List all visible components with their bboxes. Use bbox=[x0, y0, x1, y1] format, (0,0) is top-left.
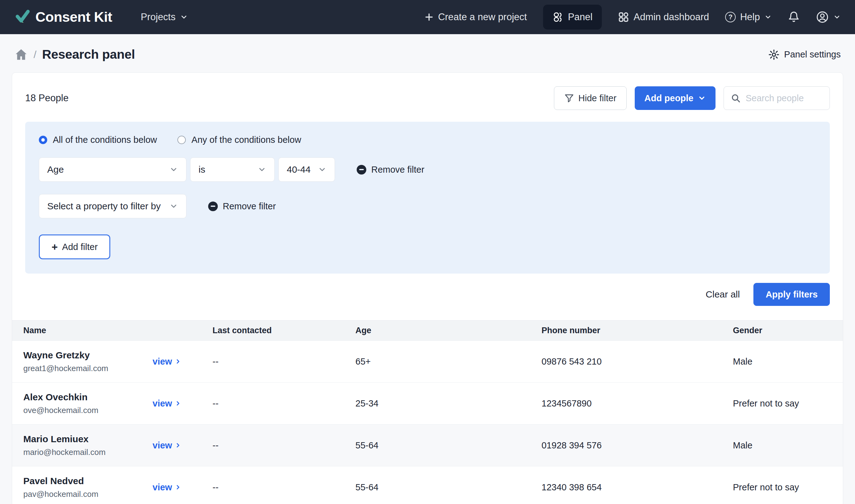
filter1-property-select[interactable]: Age bbox=[39, 158, 186, 182]
add-people-label: Add people bbox=[644, 93, 693, 103]
gender-value: Male bbox=[733, 440, 843, 451]
filter2-remove-button[interactable]: Remove filter bbox=[208, 201, 276, 212]
grid-icon bbox=[618, 12, 629, 23]
filter1-operator-value: is bbox=[198, 164, 206, 175]
page-title: Research panel bbox=[42, 47, 135, 62]
person-email: pav@hockemail.com bbox=[23, 489, 153, 499]
notifications-button[interactable] bbox=[788, 11, 800, 23]
view-link[interactable]: view bbox=[153, 440, 181, 451]
person-email: mario@hockemail.com bbox=[23, 448, 153, 457]
gender-value: Male bbox=[733, 357, 843, 367]
col-header-age: Age bbox=[355, 326, 541, 336]
add-filter-button[interactable]: + Add filter bbox=[39, 234, 110, 259]
table-row: Pavel Nedved pav@hockemail.com view -- 5… bbox=[12, 466, 843, 504]
filter2-property-value: Select a property to filter by bbox=[47, 201, 161, 212]
radio-all-conditions[interactable]: All of the conditions below bbox=[39, 135, 157, 145]
age-value: 65+ bbox=[355, 357, 541, 367]
person-name: Alex Ovechkin bbox=[23, 392, 153, 402]
chevron-down-icon bbox=[180, 13, 188, 21]
gear-icon bbox=[768, 49, 780, 60]
col-header-last-contacted: Last contacted bbox=[213, 326, 355, 336]
gender-value: Prefer not to say bbox=[733, 398, 843, 409]
filter2-remove-label: Remove filter bbox=[223, 201, 276, 212]
chevron-right-icon bbox=[175, 484, 181, 491]
clear-all-button[interactable]: Clear all bbox=[706, 289, 740, 300]
table-row: Alex Ovechkin ove@hockemail.com view -- … bbox=[12, 382, 843, 425]
top-nav: Consent Kit Projects Create a new projec… bbox=[0, 0, 855, 34]
search-people-box[interactable] bbox=[724, 86, 830, 110]
filter1-value: 40-44 bbox=[287, 164, 311, 175]
people-panel-card: 18 People Hide filter Add people bbox=[12, 72, 843, 504]
people-count: 18 People bbox=[25, 92, 69, 104]
col-header-phone: Phone number bbox=[541, 326, 733, 336]
last-contacted-value: -- bbox=[213, 440, 355, 451]
nav-panel-label: Panel bbox=[568, 12, 592, 23]
person-name: Wayne Gretzky bbox=[23, 350, 153, 361]
search-people-input[interactable] bbox=[746, 93, 823, 103]
create-project-button[interactable]: Create a new project bbox=[424, 12, 527, 23]
consent-kit-logo-icon bbox=[14, 9, 31, 25]
panel-settings-button[interactable]: Panel settings bbox=[768, 49, 841, 60]
people-table: Name Last contacted Age Phone number Gen… bbox=[12, 320, 843, 504]
search-icon bbox=[731, 93, 741, 103]
nav-help[interactable]: ? Help bbox=[725, 12, 772, 23]
view-label: view bbox=[153, 357, 172, 367]
radio-any-label: Any of the conditions below bbox=[191, 135, 301, 145]
filter1-remove-button[interactable]: Remove filter bbox=[357, 165, 424, 175]
home-icon[interactable] bbox=[14, 48, 28, 61]
col-header-gender: Gender bbox=[733, 326, 843, 336]
view-link[interactable]: view bbox=[153, 482, 181, 492]
nav-panel[interactable]: Panel bbox=[543, 5, 602, 30]
nav-help-label: Help bbox=[740, 12, 760, 23]
filter1-remove-label: Remove filter bbox=[371, 165, 424, 175]
age-value: 25-34 bbox=[355, 398, 541, 409]
chevron-down-icon bbox=[169, 202, 178, 211]
hide-filter-button[interactable]: Hide filter bbox=[554, 86, 627, 110]
chevron-right-icon bbox=[175, 358, 181, 365]
user-avatar-icon bbox=[816, 11, 829, 23]
breadcrumb: / Research panel Panel settings bbox=[0, 34, 855, 72]
gender-value: Prefer not to say bbox=[733, 482, 843, 492]
nav-projects[interactable]: Projects bbox=[141, 12, 188, 23]
apply-filters-button[interactable]: Apply filters bbox=[753, 283, 830, 306]
chevron-down-icon bbox=[764, 13, 772, 21]
last-contacted-value: -- bbox=[213, 357, 355, 367]
hide-filter-label: Hide filter bbox=[578, 93, 617, 103]
minus-circle-icon bbox=[208, 201, 218, 211]
account-menu[interactable] bbox=[816, 11, 841, 23]
view-link[interactable]: view bbox=[153, 398, 181, 409]
phone-value: 12340 398 654 bbox=[541, 482, 733, 492]
apply-filters-label: Apply filters bbox=[766, 289, 818, 300]
nav-admin-dashboard[interactable]: Admin dashboard bbox=[618, 12, 709, 23]
radio-selected-icon bbox=[39, 136, 47, 144]
help-icon: ? bbox=[725, 12, 736, 22]
filter1-value-select[interactable]: 40-44 bbox=[278, 158, 335, 182]
phone-value: 09876 543 210 bbox=[541, 357, 733, 367]
view-label: view bbox=[153, 440, 172, 451]
chevron-right-icon bbox=[175, 442, 181, 449]
radio-all-label: All of the conditions below bbox=[53, 135, 157, 145]
age-value: 55-64 bbox=[355, 482, 541, 492]
chevron-down-icon bbox=[169, 165, 178, 174]
create-project-label: Create a new project bbox=[438, 12, 527, 23]
plus-icon: + bbox=[52, 241, 58, 252]
col-header-name: Name bbox=[12, 326, 153, 336]
person-name: Pavel Nedved bbox=[23, 476, 153, 486]
view-label: view bbox=[153, 398, 172, 409]
table-row: Wayne Gretzky great1@hockemail.com view … bbox=[12, 341, 843, 382]
funnel-icon bbox=[564, 93, 574, 103]
view-link[interactable]: view bbox=[153, 357, 181, 367]
filter2-property-select[interactable]: Select a property to filter by bbox=[39, 194, 186, 218]
age-value: 55-64 bbox=[355, 440, 541, 451]
chevron-down-icon bbox=[257, 165, 266, 174]
person-name: Mario Lemiuex bbox=[23, 434, 153, 444]
app-logo[interactable]: Consent Kit bbox=[14, 9, 112, 25]
radio-unselected-icon bbox=[177, 136, 186, 144]
last-contacted-value: -- bbox=[213, 398, 355, 409]
plus-icon bbox=[424, 13, 434, 22]
radio-any-conditions[interactable]: Any of the conditions below bbox=[177, 135, 301, 145]
filter1-operator-select[interactable]: is bbox=[190, 158, 275, 182]
minus-circle-icon bbox=[357, 165, 366, 175]
add-people-button[interactable]: Add people bbox=[635, 86, 715, 110]
bell-icon bbox=[788, 11, 800, 23]
